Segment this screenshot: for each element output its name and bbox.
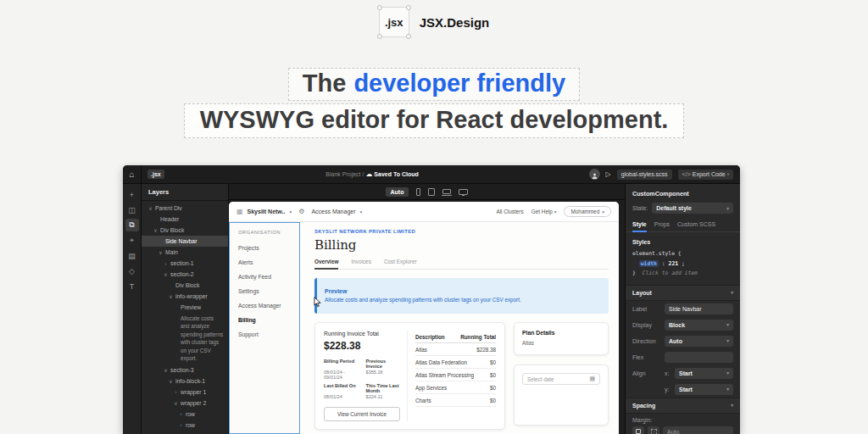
last-billed-label: Last Billed On: [324, 383, 362, 393]
desktop-breakpoint-icon[interactable]: [459, 189, 468, 195]
layer-item[interactable]: ∨section-3: [142, 364, 228, 376]
tree-chevron-icon[interactable]: ›: [174, 389, 178, 394]
layer-label: Main: [165, 249, 178, 255]
billing-period-value: 08/01/24 - 09/01/24: [324, 370, 362, 380]
align-x-select[interactable]: Start▾: [675, 368, 733, 379]
user-avatar[interactable]: [589, 169, 600, 180]
layer-item[interactable]: ›row: [142, 431, 228, 434]
tab-style[interactable]: Style: [632, 220, 647, 232]
element-style-editor[interactable]: element.style { width : 221 ; } Click to…: [626, 249, 740, 285]
flex-input[interactable]: [665, 352, 733, 363]
preview-play-button[interactable]: ▷: [606, 170, 611, 178]
view-current-invoice-button[interactable]: View Current Invoice: [324, 407, 400, 421]
breakpoint-auto-button[interactable]: Auto: [386, 187, 409, 197]
phone-breakpoint-icon[interactable]: [416, 188, 420, 196]
tree-chevron-icon[interactable]: ∨: [164, 367, 168, 373]
mouse-cursor-icon: [314, 297, 321, 308]
tree-chevron-icon[interactable]: ›: [179, 422, 183, 427]
layer-item[interactable]: ›wrapper 1: [142, 387, 228, 398]
access-manager-link[interactable]: Access Manager: [311, 209, 355, 214]
direction-select[interactable]: Auto▾: [665, 336, 733, 347]
component-icon[interactable]: ◇: [125, 264, 139, 277]
layers-icon[interactable]: ⧉: [125, 219, 139, 231]
layer-item[interactable]: Preview: [142, 302, 228, 313]
user-menu[interactable]: Mohammed▾: [564, 206, 611, 217]
css-value[interactable]: 221: [669, 260, 679, 267]
margin-all-sides-button[interactable]: [632, 426, 644, 434]
label-row: Label: [626, 301, 740, 317]
tablet-breakpoint-icon[interactable]: [428, 188, 435, 196]
sidebar-item-settings[interactable]: Settings: [238, 288, 299, 294]
org-breadcrumb-link[interactable]: SKYSLIT NETWORK PRIVATE LIMITED: [314, 229, 609, 234]
add-element-icon[interactable]: +: [125, 188, 139, 201]
layout-section-header[interactable]: Layout ▾: [626, 285, 740, 301]
layer-item-side-navbar[interactable]: Side Navbar: [142, 236, 228, 247]
caret-down-icon: ▾: [602, 209, 604, 214]
layer-item[interactable]: ∨wrapper 2: [142, 398, 228, 409]
layer-item[interactable]: ∨section-2: [142, 269, 228, 280]
canvas: Auto ▦ Skyslit Netw.. ▾ ⚙ Acc: [229, 184, 625, 434]
tree-chevron-icon[interactable]: ∨: [148, 205, 153, 211]
layer-item[interactable]: ∨Main: [142, 247, 228, 258]
tab-invoices[interactable]: Invoices: [351, 259, 370, 269]
tree-chevron-icon[interactable]: ∨: [153, 227, 158, 233]
layer-item[interactable]: Div Block: [142, 280, 228, 291]
tab-custom-scss[interactable]: Custom SCSS: [677, 220, 715, 231]
sidebar-item-access-manager[interactable]: Access Manager: [238, 303, 299, 309]
tab-props[interactable]: Props: [654, 220, 670, 231]
align-y-select[interactable]: Start▾: [675, 384, 733, 395]
table-row: Atlas Data Federation$0: [415, 356, 496, 369]
align-y-label: y:: [665, 387, 671, 392]
tree-chevron-icon[interactable]: ›: [179, 411, 183, 416]
sidebar-item-activity-feed[interactable]: Activity Feed: [238, 274, 299, 280]
table-row: Atlas$228.38: [415, 343, 496, 356]
layer-item-text[interactable]: Allocate costs and analyze spending patt…: [142, 313, 228, 364]
sidebar-item-projects[interactable]: Projects: [238, 245, 299, 251]
selection-handle: [406, 34, 411, 39]
css-prop[interactable]: width: [639, 260, 659, 267]
layer-item[interactable]: ›row: [142, 409, 228, 420]
label-input[interactable]: [665, 303, 733, 314]
tree-chevron-icon[interactable]: ∨: [169, 293, 173, 299]
spacing-section-header[interactable]: Spacing ▾: [626, 398, 740, 414]
text-tool-icon[interactable]: T: [125, 280, 139, 292]
tree-chevron-icon[interactable]: ∨: [174, 400, 178, 406]
tab-cost-explorer[interactable]: Cost Explorer: [384, 259, 417, 269]
global-styles-button[interactable]: global-styles.scss: [617, 170, 672, 180]
get-help-link[interactable]: Get Help ▾: [531, 209, 557, 214]
sidebar-item-billing[interactable]: Billing: [238, 317, 299, 323]
panels-icon[interactable]: ◫: [125, 203, 139, 216]
sidebar-item-alerts[interactable]: Alerts: [238, 259, 299, 265]
project-name[interactable]: Blank Project: [326, 171, 360, 177]
state-select[interactable]: Default style ▾: [652, 203, 733, 214]
image-icon[interactable]: ▤: [125, 249, 139, 262]
layer-item[interactable]: Header: [142, 214, 228, 225]
tree-chevron-icon[interactable]: ∨: [169, 378, 173, 384]
layer-item[interactable]: ›row: [142, 420, 228, 431]
layer-item[interactable]: ∨info-wrapper: [142, 291, 228, 302]
tree-chevron-icon[interactable]: ∨: [159, 249, 163, 255]
pin-icon[interactable]: ⌖: [125, 234, 139, 247]
export-code-button[interactable]: </>Export Code›: [678, 170, 733, 180]
layer-item[interactable]: ∨info-block-1: [142, 376, 228, 387]
layer-item[interactable]: ›section-1: [142, 258, 228, 269]
sidebar-item-support[interactable]: Support: [238, 331, 299, 337]
add-item-hint[interactable]: Click to add item: [643, 270, 698, 276]
tree-chevron-icon[interactable]: ∨: [164, 271, 168, 277]
gear-icon[interactable]: ⚙: [298, 208, 304, 215]
tab-overview[interactable]: Overview: [314, 259, 338, 270]
layer-label: Header: [160, 216, 179, 222]
margin-input[interactable]: [663, 426, 733, 434]
tree-chevron-icon[interactable]: ›: [164, 261, 168, 266]
display-select[interactable]: Block▾: [665, 320, 733, 331]
laptop-breakpoint-icon[interactable]: [442, 189, 451, 194]
layer-item[interactable]: ∨Div Block: [142, 225, 228, 236]
margin-individual-button[interactable]: [648, 426, 659, 434]
date-picker[interactable]: ▦: [522, 373, 600, 385]
org-switcher[interactable]: Skyslit Netw..: [248, 209, 286, 214]
all-clusters-link[interactable]: All Clusters: [496, 209, 523, 214]
date-input[interactable]: [527, 376, 587, 382]
code-close: } Click to add item: [632, 269, 733, 279]
code-line[interactable]: width : 221 ;: [632, 259, 733, 270]
layer-item[interactable]: ∨Parent Div: [142, 203, 228, 214]
